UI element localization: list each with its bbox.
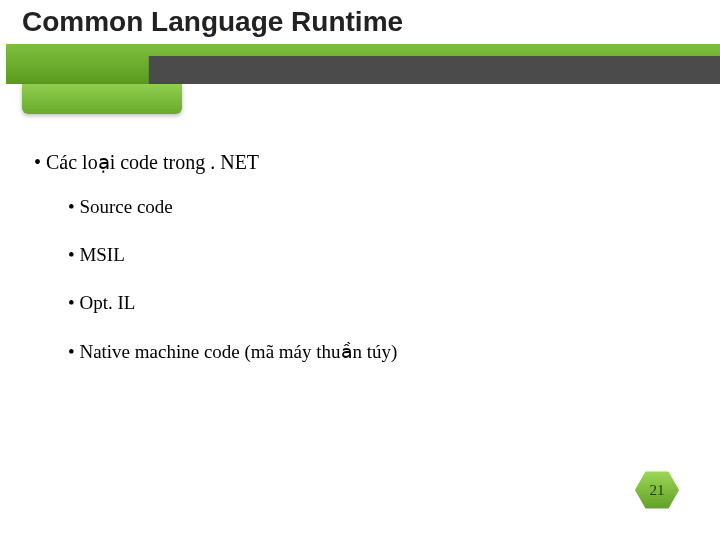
hexagon-icon: 21: [634, 470, 680, 510]
slide-body: Các loại code trong . NET Source code MS…: [34, 150, 680, 389]
bullet-item: Native machine code (mã máy thuần túy): [68, 340, 680, 363]
bullet-item: Source code: [68, 196, 680, 218]
slide: Common Language Runtime Các loại code tr…: [0, 0, 720, 540]
bullet-main: Các loại code trong . NET: [34, 150, 680, 174]
slide-title: Common Language Runtime: [22, 6, 403, 38]
bullet-item: Opt. IL: [68, 292, 680, 314]
page-number-badge: 21: [634, 470, 680, 510]
slide-header: Common Language Runtime: [0, 0, 720, 84]
bullet-item: MSIL: [68, 244, 680, 266]
header-tab: [22, 84, 182, 114]
page-number: 21: [650, 482, 665, 499]
